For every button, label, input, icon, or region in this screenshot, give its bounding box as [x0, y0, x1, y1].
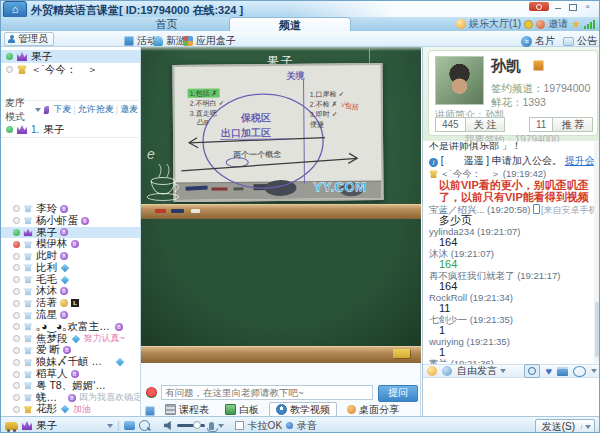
user-list-item[interactable]: 模伊林8 — [1, 238, 140, 250]
user-list-item[interactable]: 此时8 — [1, 250, 140, 262]
chevron-down-icon[interactable] — [218, 424, 224, 428]
user-list-item[interactable]: 粤 T8、媚媚'篝' 安娜 【天籁歌手】 — [1, 380, 140, 392]
chat-message: 宝蓝／绍兴... (19:20:58) [来自安卓手机3T]多少页 — [429, 204, 595, 226]
smiley-icon[interactable] — [456, 19, 466, 29]
chevron-down-icon[interactable] — [107, 424, 113, 428]
follow-button[interactable]: 445 关 注 — [435, 117, 505, 132]
presence-dot — [13, 394, 20, 401]
send-button[interactable]: 发送(S) — [535, 419, 595, 433]
member-vest-icon — [24, 382, 33, 390]
whiteboard-drawing: 关境 1.包括 ✗ 2.不明白 ✓ 3.直走吧 凸B 保税区 出口加工区 两个一… — [174, 65, 381, 200]
sidebar-user-row[interactable]: ＜˙今今： ＞ — [1, 63, 140, 76]
mic-mode-label[interactable]: 麦序模式 — [5, 96, 33, 124]
invite-label[interactable]: 邀请 — [548, 17, 568, 31]
power-button[interactable] — [529, 2, 549, 11]
speak-mode-select[interactable]: 自由发言 — [457, 364, 506, 378]
chat-log[interactable]: 不是讲师俱乐部 」！ i [ 遥遥 ] 申请加入公会。 提升会员 ＜˙今今： ＞… — [423, 142, 595, 364]
mic-mode-row: 麦序模式 下麦 | 允许抢麦 | 邀麦 — [1, 103, 140, 116]
star-icon[interactable]: ★ — [571, 19, 581, 29]
mailbox-icon[interactable] — [557, 367, 568, 376]
hall-label[interactable]: 娱乐大厅(1) — [469, 17, 521, 31]
tab-schedule[interactable]: 课程表 — [159, 402, 215, 417]
chat-timestamp: (19:21:07) — [451, 249, 494, 259]
close-button[interactable]: × — [582, 2, 593, 11]
tab-whiteboard[interactable]: 白板 — [219, 402, 265, 417]
user-list-item[interactable]: 沐沐8 — [1, 286, 140, 298]
yy-watermark: YY.COM — [313, 179, 366, 194]
coin-icon[interactable] — [524, 20, 533, 29]
user-list-item[interactable]: ｡◕‿◕｡欢富主？｡8 — [1, 321, 140, 333]
board-text-zone2: 出口加工区 — [221, 127, 271, 138]
user-list-item[interactable]: 狼妹〆千頔 【皇家軍團】 — [1, 356, 140, 368]
namecard-button[interactable]: ≡ 名片 — [521, 34, 555, 48]
tab-label: 教学视频 — [290, 403, 330, 417]
presence-dot — [13, 300, 20, 307]
flowers-value: 1393 — [523, 96, 546, 108]
speaker-icon[interactable] — [164, 421, 173, 430]
expand-icon[interactable] — [145, 406, 155, 416]
home-icon[interactable]: ⌂ — [3, 1, 27, 18]
maximize-button[interactable] — [567, 2, 578, 11]
tab-video[interactable]: 教学视频 — [269, 402, 337, 417]
user-list: 李玲8杨小虾蛋8果子8模伊林8此时8比利毛毛沐沐8活著L流星8｡◕‿◕｡欢富主？… — [1, 203, 140, 415]
record-icon[interactable] — [286, 422, 293, 429]
question-input[interactable] — [161, 385, 373, 400]
tab-channel[interactable]: 频道 — [229, 17, 351, 32]
presence-dot — [13, 229, 20, 236]
user-list-item[interactable]: 蜣行浔宥8因为我喜欢确定无疑... — [1, 392, 140, 404]
newgame-button[interactable]: 新游 — [153, 34, 186, 48]
minimize-button[interactable] — [553, 2, 564, 11]
admin-person-icon — [8, 35, 15, 43]
board-text: 便捷 — [310, 121, 324, 129]
user-list-item[interactable]: 杨小虾蛋8 — [1, 215, 140, 227]
dice-icon[interactable] — [43, 105, 49, 114]
p-badge-icon: 8 — [63, 346, 71, 354]
titlebar: ⌂ 外贸精英语言课堂[ ID:19794000 在线:324 ] × — [1, 1, 600, 17]
admin-button[interactable]: 管理员 — [4, 32, 54, 46]
chat-message-text: 164 — [439, 259, 595, 270]
teaching-video-area[interactable]: 果子 关境 1.包括 ✗ 2 — [141, 47, 421, 363]
channel-owner-row[interactable]: 果子 — [1, 50, 140, 63]
ask-button[interactable]: 提问 — [378, 385, 418, 402]
tab-home[interactable]: 首页 — [129, 17, 204, 31]
chat-message: 七剑少一 (19:21:35)1 — [429, 315, 595, 336]
announcement-button[interactable]: 公告 — [563, 34, 597, 48]
newgame-icon — [153, 36, 163, 46]
recommend-button[interactable]: 11 推 荐 — [529, 117, 593, 132]
invite-mic-link[interactable]: 邀麦 — [120, 103, 140, 116]
chat-bubble-icon[interactable] — [573, 366, 586, 377]
user-list-item[interactable]: 活著L — [1, 297, 140, 309]
karaoke-checkbox[interactable] — [235, 421, 244, 430]
heart-icon[interactable]: ♥ — [545, 366, 552, 376]
volume-slider[interactable] — [177, 424, 205, 427]
timer-icon[interactable] — [524, 364, 540, 378]
mic-down-link[interactable]: 下麦 — [53, 103, 71, 116]
presence-dot — [13, 406, 20, 413]
titlebar-right-group: 娱乐大厅(1) 邀请 ★ — [456, 18, 595, 30]
allow-grab-mic-link[interactable]: 允许抢麦 — [78, 103, 114, 116]
appbox-button[interactable]: 应用盒子 — [183, 34, 236, 48]
emotion2-icon[interactable] — [442, 366, 452, 376]
mic-queue-item[interactable]: 1. 果子 — [1, 123, 140, 136]
chat-toolbar: 自由发言 ♥ — [423, 364, 600, 378]
user-list-item[interactable]: 果子8 — [1, 227, 140, 239]
user-list-item[interactable]: 花彤加油 — [1, 404, 140, 415]
user-list-item[interactable]: 毛毛 — [1, 274, 140, 286]
gift-icon[interactable] — [536, 20, 545, 29]
chevron-down-icon[interactable] — [35, 108, 41, 112]
tab-desktop[interactable]: 桌面分享 — [341, 402, 405, 417]
volume-knob[interactable] — [193, 421, 201, 429]
user-list-item[interactable]: 焦梦段努力认真~ — [1, 333, 140, 345]
camera-icon[interactable] — [124, 421, 135, 430]
chat-scrollbar-thumb[interactable] — [595, 302, 599, 357]
magnifier-icon[interactable] — [139, 420, 150, 431]
emoticon-icon[interactable] — [427, 366, 437, 376]
microphone-icon[interactable] — [209, 422, 214, 430]
chevron-down-icon[interactable] — [591, 369, 597, 373]
phone-icon — [533, 204, 540, 214]
d-badge-icon — [116, 358, 124, 366]
yellow-vest-icon — [17, 65, 27, 74]
namecard-label: 名片 — [535, 34, 555, 48]
user-list-item[interactable]: 比利 — [1, 262, 140, 274]
upgrade-member-link[interactable]: 提升会员 — [565, 155, 595, 166]
